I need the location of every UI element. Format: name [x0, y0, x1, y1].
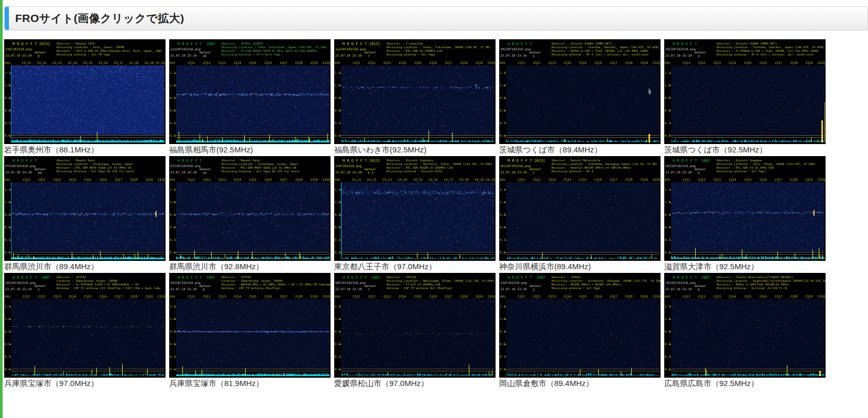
- site-caption: 神奈川県横浜市(89.4MHz): [499, 261, 661, 273]
- fro-site-cell: 岩手県奥州市（88.1MHz）: [4, 39, 166, 156]
- page-header: FROサイト(画像クリックで拡大): [4, 6, 868, 30]
- spectrogram-image[interactable]: [664, 273, 826, 378]
- site-caption: 茨城県つくば市（89.4MHz）: [499, 144, 661, 156]
- site-caption: 愛媛県松山市（97.0MHz）: [334, 378, 496, 390]
- spectrogram-image[interactable]: [4, 273, 166, 378]
- site-caption: 福島県相馬市(92.5MHz): [169, 144, 331, 156]
- fro-site-cell: 神奈川県横浜市(89.4MHz): [499, 156, 661, 273]
- fro-grid: 岩手県奥州市（88.1MHz） 福島県相馬市(92.5MHz) 福島県いわき市(…: [4, 39, 868, 390]
- site-caption: 福島県いわき市(92.5MHz): [334, 144, 496, 156]
- header-accent-bar: [5, 7, 9, 30]
- fro-site-cell: 広島県広島市（92.5MHz）: [664, 273, 826, 390]
- fro-site-cell: 茨城県つくば市（92.5MHz）: [664, 39, 826, 156]
- site-caption: 茨城県つくば市（92.5MHz）: [664, 144, 826, 156]
- site-caption: 岡山県倉敷市（89.4MHz）: [499, 378, 661, 390]
- fro-site-cell: 福島県いわき市(92.5MHz): [334, 39, 496, 156]
- site-caption: 兵庫県宝塚市（81.9MHz）: [169, 378, 331, 390]
- spectrogram-image[interactable]: [664, 156, 826, 261]
- spectrogram-image[interactable]: [4, 39, 166, 144]
- page-left-border: [0, 0, 3, 418]
- fro-site-cell: 東京都八王子市（97.0MHz）: [334, 156, 496, 273]
- fro-site-cell: 岡山県倉敷市（89.4MHz）: [499, 273, 661, 390]
- fro-site-cell: 愛媛県松山市（97.0MHz）: [334, 273, 496, 390]
- spectrogram-image[interactable]: [334, 39, 496, 144]
- site-caption: 群馬県渋川市（92.8MHz）: [169, 261, 331, 273]
- spectrogram-image[interactable]: [169, 39, 331, 144]
- spectrogram-image[interactable]: [499, 156, 661, 261]
- spectrogram-image[interactable]: [499, 273, 661, 378]
- site-caption: 滋賀県大津市（92.5MHz）: [664, 261, 826, 273]
- fro-site-cell: 群馬県渋川市（89.4MHz）: [4, 156, 166, 273]
- spectrogram-image[interactable]: [499, 39, 661, 144]
- spectrogram-image[interactable]: [4, 156, 166, 261]
- spectrogram-image[interactable]: [169, 273, 331, 378]
- site-caption: 東京都八王子市（97.0MHz）: [334, 261, 496, 273]
- fro-site-cell: 群馬県渋川市（92.8MHz）: [169, 156, 331, 273]
- spectrogram-image[interactable]: [334, 273, 496, 378]
- site-caption: 広島県広島市（92.5MHz）: [664, 378, 826, 390]
- fro-site-cell: 滋賀県大津市（92.5MHz）: [664, 156, 826, 273]
- page-title: FROサイト(画像クリックで拡大): [5, 7, 867, 30]
- fro-site-cell: 福島県相馬市(92.5MHz): [169, 39, 331, 156]
- site-caption: 兵庫県宝塚市（97.0MHz）: [4, 378, 166, 390]
- spectrogram-image[interactable]: [664, 39, 826, 144]
- site-caption: 岩手県奥州市（88.1MHz）: [4, 144, 166, 156]
- spectrogram-image[interactable]: [169, 156, 331, 261]
- spectrogram-image[interactable]: [334, 156, 496, 261]
- fro-site-cell: 茨城県つくば市（89.4MHz）: [499, 39, 661, 156]
- site-caption: 群馬県渋川市（89.4MHz）: [4, 261, 166, 273]
- fro-site-cell: 兵庫県宝塚市（81.9MHz）: [169, 273, 331, 390]
- fro-site-cell: 兵庫県宝塚市（97.0MHz）: [4, 273, 166, 390]
